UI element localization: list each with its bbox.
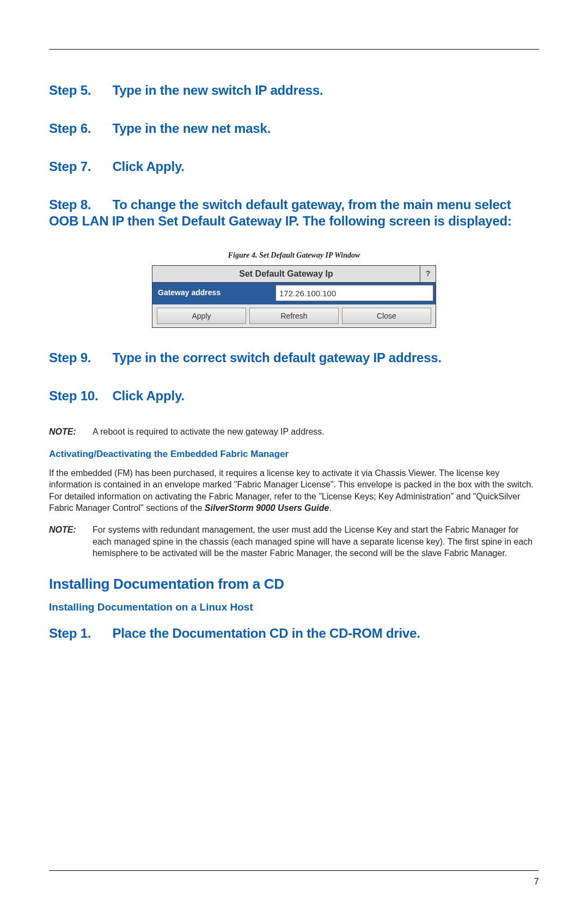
bottom-rule bbox=[49, 870, 539, 871]
step-5-label: Step 5. bbox=[49, 82, 109, 99]
document-page: Step 5. Type in the new switch IP addres… bbox=[0, 0, 588, 909]
step-1b: Step 1. Place the Documentation CD in th… bbox=[49, 625, 539, 642]
page-number: 7 bbox=[534, 876, 539, 887]
step-8: Step 8. To change the switch default gat… bbox=[49, 197, 539, 229]
step-7: Step 7. Click Apply. bbox=[49, 158, 539, 175]
top-rule bbox=[49, 49, 539, 50]
gateway-address-label: Gateway address bbox=[152, 283, 273, 303]
apply-button[interactable]: Apply bbox=[157, 308, 246, 324]
install-cd-heading: Installing Documentation from a CD bbox=[49, 576, 539, 593]
note-1-body: A reboot is required to activate the new… bbox=[93, 426, 539, 438]
dialog-wrap: Set Default Gateway Ip ? Gateway address… bbox=[49, 265, 539, 328]
gateway-input-cell bbox=[273, 283, 436, 303]
step-8-label: Step 8. bbox=[49, 197, 109, 213]
note-2-body: For systems with redundant management, t… bbox=[93, 524, 539, 559]
dialog-buttons: Apply Refresh Close bbox=[152, 304, 436, 327]
help-icon[interactable]: ? bbox=[420, 266, 436, 282]
fm-paragraph: If the embedded (FM) has been purchased,… bbox=[49, 467, 539, 514]
step-6-label: Step 6. bbox=[49, 120, 109, 137]
figure-caption: Figure 4. Set Default Gateway IP Window bbox=[49, 251, 539, 260]
step-9-text: Type in the correct switch default gatew… bbox=[112, 350, 442, 365]
close-button[interactable]: Close bbox=[342, 308, 431, 324]
step-1b-label: Step 1. bbox=[49, 625, 109, 642]
step-5: Step 5. Type in the new switch IP addres… bbox=[49, 82, 539, 99]
step-10-text: Click Apply. bbox=[112, 388, 184, 403]
step-5-text: Type in the new switch IP address. bbox=[112, 83, 323, 97]
refresh-button[interactable]: Refresh bbox=[249, 308, 339, 324]
step-10: Step 10. Click Apply. bbox=[49, 388, 539, 404]
step-9: Step 9. Type in the correct switch defau… bbox=[49, 350, 539, 366]
step-7-text: Click Apply. bbox=[112, 159, 184, 174]
dialog-title: Set Default Gateway Ip bbox=[152, 266, 420, 282]
step-6-text: Type in the new net mask. bbox=[112, 121, 271, 136]
note-2-label: NOTE: bbox=[49, 524, 93, 559]
step-7-label: Step 7. bbox=[49, 158, 109, 175]
step-1b-text: Place the Documentation CD in the CD-ROM… bbox=[112, 626, 420, 640]
step-10-label: Step 10. bbox=[49, 388, 109, 404]
install-linux-heading: Installing Documentation on a Linux Host bbox=[49, 601, 539, 613]
gateway-row: Gateway address bbox=[152, 283, 436, 304]
note-2: NOTE: For systems with redundant managem… bbox=[49, 524, 539, 559]
activating-heading: Activating/Deactivating the Embedded Fab… bbox=[49, 449, 539, 460]
step-8-text: To change the switch default gateway, fr… bbox=[49, 197, 512, 228]
dialog-titlebar: Set Default Gateway Ip ? bbox=[152, 266, 436, 283]
fm-para-part2: . bbox=[329, 503, 331, 513]
step-6: Step 6. Type in the new net mask. bbox=[49, 120, 539, 137]
note-1: NOTE: A reboot is required to activate t… bbox=[49, 426, 539, 438]
gateway-address-input[interactable] bbox=[275, 285, 433, 301]
fm-para-guide: SilverStorm 9000 Users Guide bbox=[205, 503, 329, 513]
note-1-label: NOTE: bbox=[49, 426, 93, 438]
step-9-label: Step 9. bbox=[49, 350, 109, 366]
gateway-dialog: Set Default Gateway Ip ? Gateway address… bbox=[152, 265, 436, 328]
